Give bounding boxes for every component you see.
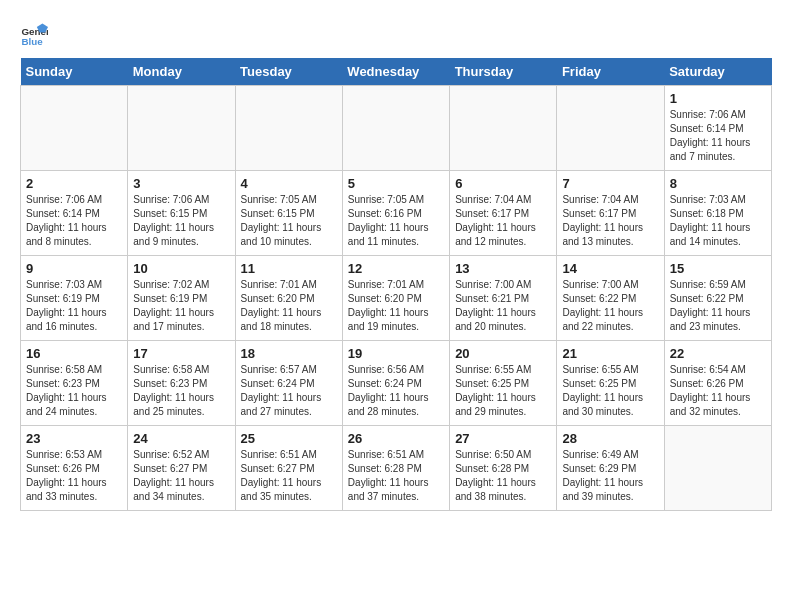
day-number: 15 [670, 261, 766, 276]
day-header-friday: Friday [557, 58, 664, 86]
logo-icon: General Blue [20, 20, 48, 48]
day-cell: 7Sunrise: 7:04 AM Sunset: 6:17 PM Daylig… [557, 171, 664, 256]
day-number: 17 [133, 346, 229, 361]
day-number: 4 [241, 176, 337, 191]
day-cell: 13Sunrise: 7:00 AM Sunset: 6:21 PM Dayli… [450, 256, 557, 341]
day-info: Sunrise: 6:56 AM Sunset: 6:24 PM Dayligh… [348, 363, 444, 419]
day-number: 25 [241, 431, 337, 446]
day-info: Sunrise: 7:06 AM Sunset: 6:14 PM Dayligh… [670, 108, 766, 164]
day-info: Sunrise: 6:53 AM Sunset: 6:26 PM Dayligh… [26, 448, 122, 504]
day-cell: 4Sunrise: 7:05 AM Sunset: 6:15 PM Daylig… [235, 171, 342, 256]
day-number: 24 [133, 431, 229, 446]
day-cell: 19Sunrise: 6:56 AM Sunset: 6:24 PM Dayli… [342, 341, 449, 426]
day-cell: 28Sunrise: 6:49 AM Sunset: 6:29 PM Dayli… [557, 426, 664, 511]
day-cell [342, 86, 449, 171]
day-number: 20 [455, 346, 551, 361]
day-cell: 24Sunrise: 6:52 AM Sunset: 6:27 PM Dayli… [128, 426, 235, 511]
day-number: 23 [26, 431, 122, 446]
day-cell: 11Sunrise: 7:01 AM Sunset: 6:20 PM Dayli… [235, 256, 342, 341]
day-number: 11 [241, 261, 337, 276]
day-info: Sunrise: 6:59 AM Sunset: 6:22 PM Dayligh… [670, 278, 766, 334]
day-number: 9 [26, 261, 122, 276]
day-cell: 6Sunrise: 7:04 AM Sunset: 6:17 PM Daylig… [450, 171, 557, 256]
logo: General Blue [20, 20, 52, 48]
day-info: Sunrise: 7:05 AM Sunset: 6:16 PM Dayligh… [348, 193, 444, 249]
day-cell: 8Sunrise: 7:03 AM Sunset: 6:18 PM Daylig… [664, 171, 771, 256]
day-cell [664, 426, 771, 511]
day-cell: 23Sunrise: 6:53 AM Sunset: 6:26 PM Dayli… [21, 426, 128, 511]
day-info: Sunrise: 6:54 AM Sunset: 6:26 PM Dayligh… [670, 363, 766, 419]
day-info: Sunrise: 6:52 AM Sunset: 6:27 PM Dayligh… [133, 448, 229, 504]
day-cell: 15Sunrise: 6:59 AM Sunset: 6:22 PM Dayli… [664, 256, 771, 341]
day-info: Sunrise: 6:51 AM Sunset: 6:27 PM Dayligh… [241, 448, 337, 504]
day-number: 2 [26, 176, 122, 191]
day-info: Sunrise: 7:06 AM Sunset: 6:15 PM Dayligh… [133, 193, 229, 249]
day-number: 27 [455, 431, 551, 446]
day-info: Sunrise: 7:03 AM Sunset: 6:18 PM Dayligh… [670, 193, 766, 249]
day-number: 21 [562, 346, 658, 361]
day-header-wednesday: Wednesday [342, 58, 449, 86]
header: General Blue [20, 20, 772, 48]
day-header-monday: Monday [128, 58, 235, 86]
day-cell: 10Sunrise: 7:02 AM Sunset: 6:19 PM Dayli… [128, 256, 235, 341]
day-cell: 2Sunrise: 7:06 AM Sunset: 6:14 PM Daylig… [21, 171, 128, 256]
day-number: 18 [241, 346, 337, 361]
day-cell [557, 86, 664, 171]
day-number: 16 [26, 346, 122, 361]
calendar-header: SundayMondayTuesdayWednesdayThursdayFrid… [21, 58, 772, 86]
day-cell: 25Sunrise: 6:51 AM Sunset: 6:27 PM Dayli… [235, 426, 342, 511]
week-row-0: 1Sunrise: 7:06 AM Sunset: 6:14 PM Daylig… [21, 86, 772, 171]
day-info: Sunrise: 7:06 AM Sunset: 6:14 PM Dayligh… [26, 193, 122, 249]
day-cell: 12Sunrise: 7:01 AM Sunset: 6:20 PM Dayli… [342, 256, 449, 341]
day-number: 3 [133, 176, 229, 191]
day-info: Sunrise: 6:58 AM Sunset: 6:23 PM Dayligh… [133, 363, 229, 419]
day-number: 10 [133, 261, 229, 276]
day-info: Sunrise: 6:49 AM Sunset: 6:29 PM Dayligh… [562, 448, 658, 504]
day-info: Sunrise: 7:01 AM Sunset: 6:20 PM Dayligh… [241, 278, 337, 334]
day-info: Sunrise: 7:04 AM Sunset: 6:17 PM Dayligh… [455, 193, 551, 249]
day-cell [128, 86, 235, 171]
day-header-saturday: Saturday [664, 58, 771, 86]
day-cell: 22Sunrise: 6:54 AM Sunset: 6:26 PM Dayli… [664, 341, 771, 426]
calendar-body: 1Sunrise: 7:06 AM Sunset: 6:14 PM Daylig… [21, 86, 772, 511]
day-number: 12 [348, 261, 444, 276]
day-info: Sunrise: 7:05 AM Sunset: 6:15 PM Dayligh… [241, 193, 337, 249]
day-cell: 27Sunrise: 6:50 AM Sunset: 6:28 PM Dayli… [450, 426, 557, 511]
day-cell: 16Sunrise: 6:58 AM Sunset: 6:23 PM Dayli… [21, 341, 128, 426]
day-cell: 1Sunrise: 7:06 AM Sunset: 6:14 PM Daylig… [664, 86, 771, 171]
day-cell: 17Sunrise: 6:58 AM Sunset: 6:23 PM Dayli… [128, 341, 235, 426]
svg-text:Blue: Blue [21, 36, 43, 47]
day-cell: 3Sunrise: 7:06 AM Sunset: 6:15 PM Daylig… [128, 171, 235, 256]
day-cell [21, 86, 128, 171]
day-info: Sunrise: 7:03 AM Sunset: 6:19 PM Dayligh… [26, 278, 122, 334]
day-info: Sunrise: 6:55 AM Sunset: 6:25 PM Dayligh… [562, 363, 658, 419]
day-info: Sunrise: 7:01 AM Sunset: 6:20 PM Dayligh… [348, 278, 444, 334]
day-cell: 20Sunrise: 6:55 AM Sunset: 6:25 PM Dayli… [450, 341, 557, 426]
day-cell: 26Sunrise: 6:51 AM Sunset: 6:28 PM Dayli… [342, 426, 449, 511]
day-cell: 18Sunrise: 6:57 AM Sunset: 6:24 PM Dayli… [235, 341, 342, 426]
day-header-tuesday: Tuesday [235, 58, 342, 86]
day-number: 6 [455, 176, 551, 191]
day-number: 8 [670, 176, 766, 191]
day-number: 14 [562, 261, 658, 276]
day-number: 28 [562, 431, 658, 446]
day-info: Sunrise: 7:00 AM Sunset: 6:22 PM Dayligh… [562, 278, 658, 334]
week-row-3: 16Sunrise: 6:58 AM Sunset: 6:23 PM Dayli… [21, 341, 772, 426]
day-cell [450, 86, 557, 171]
day-number: 5 [348, 176, 444, 191]
day-info: Sunrise: 6:55 AM Sunset: 6:25 PM Dayligh… [455, 363, 551, 419]
day-info: Sunrise: 6:50 AM Sunset: 6:28 PM Dayligh… [455, 448, 551, 504]
day-number: 7 [562, 176, 658, 191]
day-number: 13 [455, 261, 551, 276]
day-info: Sunrise: 6:51 AM Sunset: 6:28 PM Dayligh… [348, 448, 444, 504]
day-number: 22 [670, 346, 766, 361]
day-info: Sunrise: 7:02 AM Sunset: 6:19 PM Dayligh… [133, 278, 229, 334]
day-header-thursday: Thursday [450, 58, 557, 86]
week-row-2: 9Sunrise: 7:03 AM Sunset: 6:19 PM Daylig… [21, 256, 772, 341]
day-number: 26 [348, 431, 444, 446]
day-info: Sunrise: 7:04 AM Sunset: 6:17 PM Dayligh… [562, 193, 658, 249]
week-row-1: 2Sunrise: 7:06 AM Sunset: 6:14 PM Daylig… [21, 171, 772, 256]
day-cell: 9Sunrise: 7:03 AM Sunset: 6:19 PM Daylig… [21, 256, 128, 341]
day-number: 19 [348, 346, 444, 361]
day-info: Sunrise: 6:57 AM Sunset: 6:24 PM Dayligh… [241, 363, 337, 419]
